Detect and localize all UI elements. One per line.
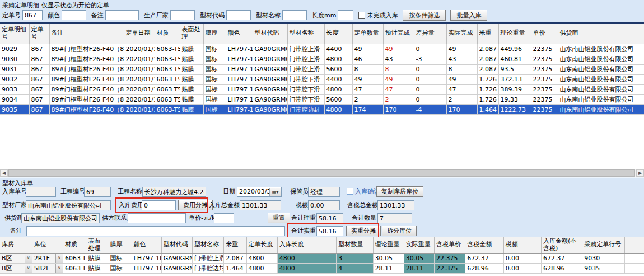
manufacturer-input[interactable] — [170, 10, 195, 20]
table-row[interactable]: 903086789#门框型材F26-F40（866+867）2020/01/13… — [0, 54, 644, 64]
table-row[interactable]: 903586789#门框型材F26-F40（866+867）2020/01/13… — [0, 104, 644, 114]
column-header[interactable]: 米重 — [477, 24, 498, 44]
column-header[interactable]: 型材代码 — [253, 24, 287, 44]
cell: 贴膜 — [180, 64, 203, 74]
dropdown-arrow-icon[interactable]: ∨ — [25, 264, 32, 273]
table-row[interactable]: B区∨2R1F∨6063-T5贴膜国标LH797-1LL0GA90GRM03门带… — [0, 253, 644, 263]
batch-inbound-button[interactable]: 批量入库 — [450, 10, 487, 21]
column-header[interactable]: 定单日期 — [124, 24, 155, 44]
fee-share-button[interactable]: 费用分摊 — [178, 200, 213, 210]
copy-warehouse-location-button[interactable]: 复制库房库位 — [376, 186, 423, 197]
column-header[interactable]: 差异量 — [414, 24, 446, 44]
column-header[interactable]: 实际完成 — [446, 24, 477, 44]
column-header[interactable]: 定单号 — [29, 24, 49, 44]
keeper-input[interactable] — [308, 187, 340, 197]
order-no-input[interactable] — [22, 10, 43, 20]
cell: 4800 — [324, 84, 352, 94]
column-header[interactable]: 定单长度 — [246, 237, 277, 253]
color-input[interactable] — [62, 10, 86, 20]
supplier-input[interactable] — [21, 213, 100, 223]
column-header[interactable]: 长度 — [324, 24, 352, 44]
supplier-contact-input[interactable] — [128, 213, 186, 223]
column-header[interactable] — [642, 24, 644, 44]
column-header[interactable]: 型材代码 — [161, 237, 192, 253]
cell: 4800 — [246, 263, 277, 273]
table-row[interactable]: 903286789#门框型材F26-F40（866+867）2020/01/13… — [0, 74, 644, 84]
column-header[interactable]: 供货商 — [558, 24, 642, 44]
cell: 5600 — [324, 64, 352, 74]
column-header[interactable]: 颜色 — [132, 237, 161, 253]
dropdown-arrow-icon[interactable]: ∨ — [25, 254, 32, 263]
column-header[interactable]: 理论重量 — [373, 237, 404, 253]
weight-share-button[interactable]: 实重分摊 — [346, 226, 381, 236]
table-row[interactable]: 902986789#门框型材F26-F40（866+867）2020/01/13… — [0, 44, 644, 54]
cell: 867 — [29, 94, 49, 104]
column-header[interactable]: 表面处理 — [86, 237, 108, 253]
cell: 国标 — [108, 253, 132, 263]
column-header[interactable]: 税额 — [503, 237, 541, 253]
column-header[interactable]: 备注 — [49, 24, 124, 44]
cell: 22375 — [531, 94, 558, 104]
total-with-tax-input[interactable] — [377, 200, 414, 210]
column-header[interactable]: 材质 — [63, 237, 86, 253]
scroll-left-arrow-icon[interactable]: ◀ — [0, 169, 8, 177]
column-header[interactable]: 库位 — [32, 237, 63, 253]
inbound-remark-input[interactable] — [26, 226, 285, 236]
column-header[interactable]: 定单数量 — [352, 24, 383, 44]
total-amount-input[interactable] — [240, 200, 281, 210]
column-header[interactable]: 膜厚 — [108, 237, 132, 253]
column-header[interactable]: 含税金额 — [465, 237, 503, 253]
length-input[interactable] — [338, 10, 353, 20]
column-header[interactable]: 入库长度 — [277, 237, 337, 253]
column-header[interactable]: 型材名称 — [287, 24, 324, 44]
inbound-confirm-checkbox[interactable] — [347, 188, 353, 195]
column-header[interactable]: 表面处理 — [180, 24, 203, 44]
profile-code-input[interactable] — [226, 10, 251, 20]
reset-button[interactable]: 重置 — [268, 213, 290, 223]
column-header[interactable]: 含税单价 — [435, 237, 465, 253]
cell: 国标 — [203, 44, 226, 54]
column-header[interactable]: 预计完成 — [383, 24, 414, 44]
split-location-button[interactable]: 拆分库位 — [382, 226, 417, 236]
project-name-input[interactable] — [142, 187, 206, 197]
column-header[interactable]: 实际重量 — [404, 237, 434, 253]
tax-input[interactable] — [308, 200, 340, 210]
total-actual-weight-input[interactable] — [316, 226, 343, 236]
table-row[interactable]: 903486789#门框型材F26-F40（866+867）2020/01/13… — [0, 94, 644, 104]
total-theory-weight-input[interactable] — [316, 213, 343, 223]
dropdown-arrow-icon[interactable]: ∨ — [55, 254, 63, 263]
calendar-dropdown-icon[interactable]: ▦▾ — [269, 188, 281, 196]
table-row[interactable]: 903186789#门框型材F26-F40（866+867）2020/01/13… — [0, 64, 644, 74]
unit-price-input[interactable] — [214, 213, 234, 223]
column-header[interactable]: 定单明细号 — [0, 24, 29, 44]
column-header[interactable]: 颜色 — [226, 24, 253, 44]
column-header[interactable] — [624, 237, 644, 253]
factory-input[interactable] — [26, 200, 111, 210]
column-header[interactable]: 入库金额(不含税) — [541, 237, 582, 253]
project-no-input[interactable] — [84, 187, 111, 197]
column-header[interactable]: 单价 — [531, 24, 558, 44]
table-row[interactable]: 903386789#门框型材F26-F40（866+867）2020/01/13… — [0, 84, 644, 94]
column-header[interactable]: 膜厚 — [203, 24, 226, 44]
column-header[interactable]: 理论重量 — [498, 24, 531, 44]
scroll-right-arrow-icon[interactable]: ▶ — [636, 169, 644, 177]
column-header[interactable]: 米重 — [224, 237, 246, 253]
scrollbar-thumb[interactable] — [8, 169, 635, 177]
profile-name-input[interactable] — [282, 10, 307, 20]
filter-by-condition-button[interactable]: 按条件筛选 — [403, 10, 446, 21]
column-header[interactable]: 型材名称 — [193, 237, 224, 253]
inbound-order-no-input[interactable] — [26, 187, 56, 197]
column-header[interactable]: 型材数量 — [337, 237, 373, 253]
date-picker[interactable]: 2020/03/31 ▦▾ — [237, 187, 282, 197]
cell: 46 — [352, 54, 383, 64]
dropdown-arrow-icon[interactable]: ∨ — [55, 264, 63, 273]
unfinished-inbound-checkbox[interactable] — [358, 12, 365, 19]
column-header[interactable]: 库房 — [0, 237, 32, 253]
table-row[interactable]: B区∨5B2F∨6063-T5贴膜国标LH797-1LL0GA90GRM05门带… — [0, 263, 644, 273]
remark-input[interactable] — [105, 10, 139, 20]
inbound-fee-input[interactable] — [142, 200, 176, 210]
total-qty-input[interactable] — [377, 213, 412, 223]
column-header[interactable]: 采购定单行号 — [582, 237, 624, 253]
horizontal-scrollbar[interactable]: ◀ ▶ — [0, 169, 644, 177]
column-header[interactable]: 材质 — [155, 24, 180, 44]
